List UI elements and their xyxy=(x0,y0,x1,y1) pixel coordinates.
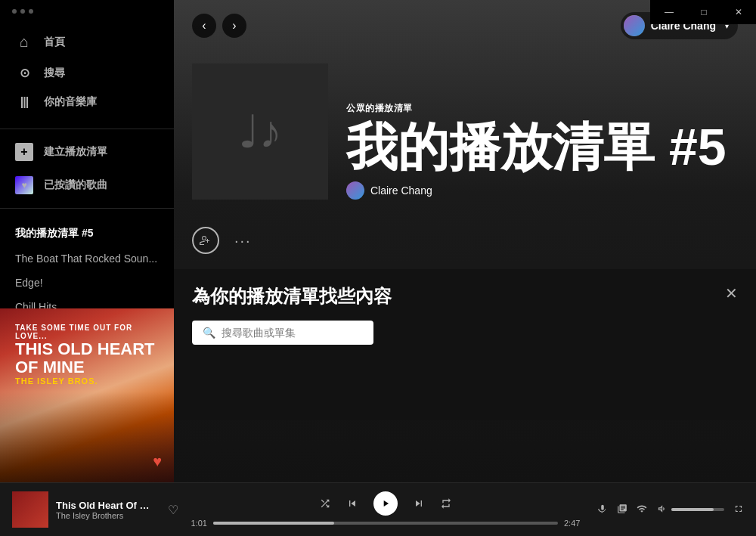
search-row: 🔍 xyxy=(192,321,738,345)
create-playlist-label: 建立播放清單 xyxy=(44,145,107,159)
album-heart-icon: ♥ xyxy=(153,453,162,470)
connect-button[interactable] xyxy=(637,503,647,516)
music-note-icon: ♩♪ xyxy=(238,105,282,158)
player-artist-name: The Isley Brothers xyxy=(56,511,154,520)
find-content-title: 為你的播放清單找些內容 xyxy=(192,284,738,308)
nav-arrows: ‹ › xyxy=(192,14,246,38)
playlist-actions: ··· xyxy=(174,215,756,269)
title-bar: — □ ✕ xyxy=(650,0,756,24)
player-buttons xyxy=(319,491,452,516)
volume-bar[interactable] xyxy=(671,508,724,511)
repeat-button[interactable] xyxy=(440,497,452,510)
search-icon: ⊙ xyxy=(15,66,33,80)
volume-button[interactable] xyxy=(656,503,667,516)
liked-songs-icon: ♥ xyxy=(15,176,33,194)
playlist-cover: ♩♪ xyxy=(192,64,328,200)
sidebar-library-label: 你的音樂庫 xyxy=(44,95,97,109)
album-big-title: This Old Heart of Mine xyxy=(15,340,159,376)
player-track-info: This Old Heart Of Mine (Is Wea The Isley… xyxy=(12,491,178,528)
sidebar-divider2 xyxy=(0,208,174,209)
prev-button[interactable] xyxy=(346,497,358,510)
sidebar-item-library[interactable]: ||| 你的音樂庫 xyxy=(0,88,174,116)
home-icon: ⌂ xyxy=(15,33,33,51)
player-like-button[interactable]: ♡ xyxy=(168,503,178,517)
play-pause-button[interactable] xyxy=(373,491,398,516)
playlist-owner: Claire Chang xyxy=(346,181,738,200)
search-input[interactable] xyxy=(222,327,363,339)
playlist-item-boat[interactable]: The Boat That Rocked Soun... xyxy=(0,246,174,271)
shuffle-button[interactable] xyxy=(319,497,331,510)
find-content-section: 為你的播放清單找些內容 🔍 ✕ xyxy=(174,269,756,420)
add-user-button[interactable] xyxy=(192,227,219,254)
dot3 xyxy=(29,9,33,14)
owner-name: Claire Chang xyxy=(370,184,432,197)
liked-songs-item[interactable]: ♥ 已按讚的歌曲 xyxy=(0,169,174,202)
player-track-name: This Old Heart Of Mine (Is Wea xyxy=(56,500,154,511)
volume-fill xyxy=(671,508,714,511)
library-icon: ||| xyxy=(15,95,33,109)
owner-avatar xyxy=(346,181,364,200)
create-playlist-icon: + xyxy=(15,143,33,161)
liked-songs-label: 已按讚的歌曲 xyxy=(44,178,107,192)
main-content: ‹ › Claire Chang ▾ ♩♪ 公眾的播放清單 我的播放清單 #5 … xyxy=(174,0,756,482)
playlist-type: 公眾的播放清單 xyxy=(346,102,738,115)
sidebar-dots xyxy=(0,0,174,20)
album-silhouette xyxy=(0,392,174,482)
dot2 xyxy=(20,9,25,14)
create-playlist-item[interactable]: + 建立播放清單 xyxy=(0,135,174,169)
volume-area xyxy=(656,503,724,516)
playlist-list: 我的播放清單 #5 The Boat That Rocked Soun... E… xyxy=(0,215,174,308)
sidebar-nav: ⌂ 首頁 ⊙ 搜尋 ||| 你的音樂庫 xyxy=(0,20,174,122)
fullscreen-button[interactable] xyxy=(733,503,744,516)
more-options-button[interactable]: ··· xyxy=(234,232,252,249)
close-button[interactable]: ✕ xyxy=(721,0,756,24)
minimize-button[interactable]: — xyxy=(652,0,686,24)
playlist-info: 公眾的播放清單 我的播放清單 #5 Claire Chang xyxy=(346,102,738,200)
sidebar-item-search[interactable]: ⊙ 搜尋 xyxy=(0,58,174,88)
sidebar-home-label: 首頁 xyxy=(44,36,65,49)
progress-bar[interactable] xyxy=(213,522,558,525)
total-time: 2:47 xyxy=(564,519,587,528)
dot1 xyxy=(12,9,17,14)
playlist-item-my5[interactable]: 我的播放清單 #5 xyxy=(0,221,174,246)
progress-area: 1:01 2:47 xyxy=(184,519,587,528)
back-button[interactable]: ‹ xyxy=(192,14,216,38)
user-avatar xyxy=(624,15,645,36)
maximize-button[interactable]: □ xyxy=(686,0,721,24)
sidebar-divider1 xyxy=(0,129,174,129)
playlist-item-chill[interactable]: Chill Hits xyxy=(0,295,174,308)
avatar-inner xyxy=(624,15,645,36)
progress-fill xyxy=(213,522,334,525)
search-box-icon: 🔍 xyxy=(203,327,215,339)
forward-button[interactable]: › xyxy=(222,14,246,38)
sidebar-item-home[interactable]: ⌂ 首頁 xyxy=(0,26,174,58)
sidebar-album: TAKE SOME TIME OUT FOR LOVE... This Old … xyxy=(0,308,174,482)
close-find-button[interactable]: ✕ xyxy=(725,284,738,302)
album-small-text: TAKE SOME TIME OUT FOR LOVE... xyxy=(15,324,159,340)
album-art-bg: TAKE SOME TIME OUT FOR LOVE... This Old … xyxy=(0,308,174,482)
album-title-overlay: TAKE SOME TIME OUT FOR LOVE... This Old … xyxy=(15,324,159,386)
player-controls: 1:01 2:47 xyxy=(184,491,587,528)
playlist-item-edge[interactable]: Edge! xyxy=(0,271,174,295)
current-time: 1:01 xyxy=(184,519,207,528)
queue-button[interactable] xyxy=(617,503,627,516)
mic-button[interactable] xyxy=(597,503,608,516)
sidebar: ⌂ 首頁 ⊙ 搜尋 ||| 你的音樂庫 + 建立播放清單 ♥ 已按讚的歌曲 我的… xyxy=(0,0,174,482)
player-extras xyxy=(593,503,744,516)
album-artist-text: THE ISLEY BROS. xyxy=(15,376,159,386)
sidebar-search-label: 搜尋 xyxy=(44,67,65,80)
player-bar: This Old Heart Of Mine (Is Wea The Isley… xyxy=(0,482,756,536)
next-button[interactable] xyxy=(413,497,425,510)
playlist-hero: ♩♪ 公眾的播放清單 我的播放清單 #5 Claire Chang xyxy=(174,45,756,215)
search-box: 🔍 xyxy=(192,321,373,345)
playlist-title: 我的播放清單 #5 xyxy=(346,121,738,172)
player-album-thumb xyxy=(12,491,48,528)
player-track-text: This Old Heart Of Mine (Is Wea The Isley… xyxy=(56,500,154,520)
